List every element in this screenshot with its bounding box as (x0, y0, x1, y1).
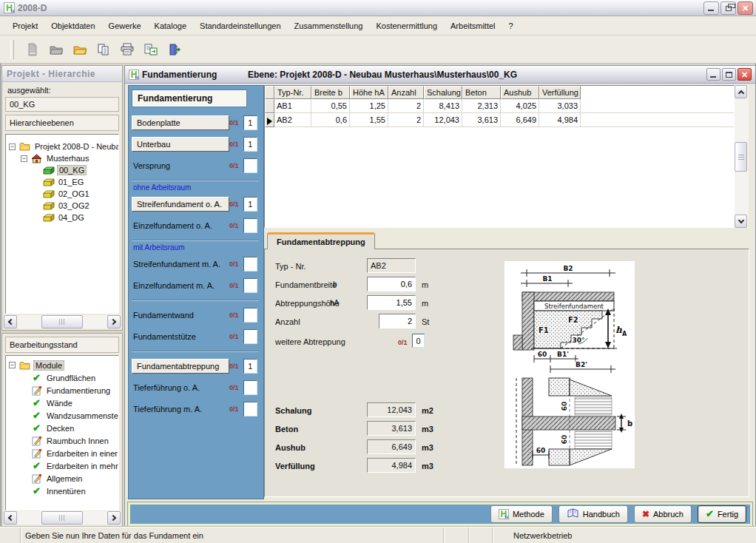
copy-icon[interactable] (94, 40, 113, 59)
print-icon[interactable] (118, 40, 137, 59)
table-cell[interactable]: 1,55 (350, 113, 388, 127)
sidebar-item-button[interactable]: Fundamentabtreppung (132, 359, 229, 374)
tree-item-01-eg[interactable]: 01_EG (6, 176, 118, 188)
tree-item-allgemein[interactable]: Allgemein (6, 472, 118, 485)
table-cell[interactable]: 3,613 (462, 113, 501, 127)
item-count-box[interactable] (243, 278, 257, 293)
minimize-button[interactable] (703, 1, 719, 15)
table-cell[interactable]: 1,25 (350, 99, 388, 113)
abtreppungshoehe-input[interactable] (367, 295, 416, 310)
collapse-icon[interactable]: − (9, 144, 16, 150)
restore-button[interactable] (720, 1, 736, 15)
handbuch-button[interactable]: Handbuch (558, 505, 628, 523)
tree-item-module[interactable]: −Module (6, 359, 118, 371)
tree-item-fundamentierung[interactable]: Fundamentierung (6, 384, 118, 397)
tree-item-decken[interactable]: ✔Decken (6, 422, 118, 434)
sidebar-item-label[interactable]: Streifenfundament m. A. (132, 260, 229, 269)
methode-button[interactable]: HHMethode (490, 505, 553, 523)
tree-item-erdarbeiten-in-mehre[interactable]: ✔Erdarbeiten in mehre (6, 459, 118, 472)
item-count-box[interactable]: 1 (243, 359, 257, 374)
sidebar-item-label[interactable]: Fundamentstütze (132, 332, 229, 341)
item-count-box[interactable] (243, 402, 257, 416)
table-cell[interactable]: 3,033 (539, 99, 581, 113)
minimize-button[interactable] (706, 68, 720, 81)
tree-item-musterhaus[interactable]: −Musterhaus (6, 152, 118, 164)
table-cell[interactable]: 8,413 (424, 99, 462, 113)
progress-hscrollbar[interactable] (4, 511, 121, 525)
tree-item-w-nde[interactable]: ✔Wände (6, 397, 118, 409)
table-cell[interactable]: 4,984 (539, 113, 581, 127)
table-cell[interactable]: 2 (388, 113, 424, 127)
sidebar-item-button[interactable]: Unterbau (132, 137, 229, 152)
sidebar-item-label[interactable]: Tieferführung m. A. (132, 405, 229, 414)
close-button[interactable]: ✕ (738, 68, 752, 81)
table-cell[interactable]: 2 (388, 99, 424, 113)
item-count-box[interactable]: 1 (243, 197, 257, 212)
item-count-box[interactable]: 1 (243, 137, 257, 152)
tree-item-03-og2[interactable]: 03_OG2 (6, 200, 118, 212)
table-cell[interactable]: 4,025 (501, 99, 539, 113)
close-button[interactable]: ✕ (738, 1, 753, 15)
scroll-down-button[interactable] (735, 215, 747, 228)
scroll-up-button[interactable] (735, 85, 747, 98)
sidebar-item-label[interactable]: Versprung (132, 161, 229, 170)
tree-item-04-dg[interactable]: 04_DG (6, 212, 118, 223)
sidebar-item-button[interactable]: Streifenfundament o. A. (132, 197, 229, 212)
menu-item-objektdaten[interactable]: Objektdaten (44, 19, 101, 33)
sidebar-item-label[interactable]: Einzelfundament m. A. (132, 281, 229, 290)
scroll-left-button[interactable] (4, 511, 17, 525)
tree-item-erdarbeiten-in-einer[interactable]: Erdarbeiten in einer (6, 447, 118, 459)
tab-fundamentabtreppung[interactable]: Fundamentabtreppung (267, 232, 375, 249)
scrollbar-thumb[interactable] (735, 142, 747, 172)
export-icon[interactable] (141, 40, 161, 59)
tree-item-grundfl-chen[interactable]: ✔Grundflächen (6, 371, 118, 384)
menu-item-kostenermittlung[interactable]: Kostenermittlung (369, 19, 444, 33)
sidebar-item-button[interactable]: Bodenplatte (132, 115, 229, 130)
sidebar-item-label[interactable]: Tieferführung o. A. (132, 383, 229, 392)
table-cell[interactable]: AB2 (274, 113, 311, 127)
fundamentbreite-input[interactable] (367, 277, 416, 291)
row-selector[interactable] (265, 99, 274, 113)
scroll-right-button[interactable] (107, 315, 121, 328)
item-count-box[interactable] (243, 380, 257, 395)
menu-item-item[interactable]: ? (502, 19, 520, 33)
current-row-indicator[interactable] (265, 113, 274, 127)
item-count-box[interactable] (243, 329, 257, 344)
menu-item-projekt[interactable]: Projekt (6, 19, 44, 33)
exit-icon[interactable] (165, 40, 184, 59)
scrollbar-thumb[interactable] (41, 511, 83, 525)
sidebar-item-label[interactable]: Einzelfundament o. A. (132, 221, 229, 230)
tree-item-02-og1[interactable]: 02_OG1 (6, 188, 118, 200)
sidebar-item-label[interactable]: Fundamentwand (132, 311, 229, 320)
table-cell[interactable]: 6,649 (501, 113, 539, 127)
scroll-left-button[interactable] (4, 315, 17, 328)
item-count-box[interactable] (243, 158, 257, 173)
tree-item-projekt-2008-d-neubau[interactable]: −Projekt 2008-D - Neubau (6, 141, 118, 152)
tree-item-wandzusammenste[interactable]: ✔Wandzusammenste (6, 409, 118, 422)
item-count-box[interactable] (243, 218, 257, 233)
fertig-button[interactable]: ✔Fertig (698, 505, 746, 523)
table-cell[interactable]: 12,043 (424, 113, 462, 127)
collapse-icon[interactable]: − (9, 362, 16, 368)
table-cell[interactable]: 0,55 (311, 99, 350, 113)
menu-item-kataloge[interactable]: Kataloge (148, 19, 193, 33)
abbruch-button[interactable]: ✖Abbruch (634, 505, 692, 523)
hierarchy-hscrollbar[interactable] (4, 315, 121, 328)
item-count-box[interactable] (243, 257, 257, 272)
table-vscrollbar[interactable] (735, 85, 749, 228)
table-cell[interactable]: 0,6 (311, 113, 350, 127)
weitere-count-box[interactable]: 0 (412, 334, 425, 348)
tree-item-innent-ren[interactable]: ✔Innentüren (6, 485, 118, 497)
menu-item-gewerke[interactable]: Gewerke (102, 19, 148, 33)
menu-item-arbeitsmittel[interactable]: Arbeitsmittel (444, 19, 502, 33)
table-cell[interactable]: AB1 (274, 99, 311, 113)
table-row[interactable]: AB10,551,2528,4132,3134,0253,033 (265, 99, 734, 113)
menu-item-zusammenstellung[interactable]: Zusammenstellung (288, 19, 370, 33)
scrollbar-thumb[interactable] (41, 315, 83, 328)
anzahl-input[interactable] (379, 314, 416, 328)
folder-icon[interactable] (70, 40, 90, 59)
table-row[interactable]: AB20,61,55212,0433,6136,6494,984 (265, 113, 734, 127)
tree-item-raumbuch-innen[interactable]: Raumbuch Innen (6, 434, 118, 447)
scroll-right-button[interactable] (107, 511, 121, 525)
tree-item-00-kg[interactable]: 00_KG (6, 164, 118, 176)
